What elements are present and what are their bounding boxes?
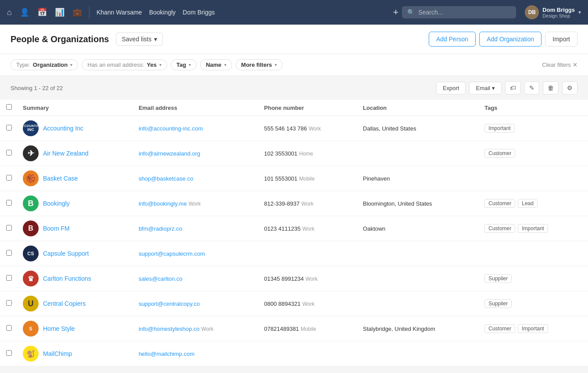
table-row: ✈ Air New Zealand info@airnewzealand.org… <box>0 141 588 166</box>
tag-badge: Lead <box>518 199 538 208</box>
org-name-link[interactable]: Boom FM <box>43 225 70 232</box>
email-cell: sales@carlton.co <box>133 266 259 291</box>
person-icon[interactable]: 👤 <box>20 7 29 17</box>
phone-number: 812-339-8937 <box>264 200 300 207</box>
row-checkbox[interactable] <box>6 125 12 130</box>
row-checkbox-cell[interactable] <box>0 116 18 141</box>
row-checkbox-cell[interactable] <box>0 341 18 366</box>
row-checkbox-cell[interactable] <box>0 316 18 341</box>
org-name-cell: S Home Style <box>18 316 133 341</box>
org-name-link[interactable]: Home Style <box>43 325 75 332</box>
email-link[interactable]: bfm@radioprz.co <box>139 225 182 232</box>
location-cell <box>358 291 479 316</box>
row-checkbox-cell[interactable] <box>0 216 18 241</box>
user-name: Dom Briggs <box>542 7 575 13</box>
tag-badge: Supplier <box>484 274 512 283</box>
import-button[interactable]: Import <box>545 32 577 47</box>
org-name-link[interactable]: Carlton Functions <box>43 275 91 282</box>
select-all-header[interactable] <box>0 100 18 116</box>
tag-badge: Customer <box>484 149 515 158</box>
org-name-link[interactable]: Bookingly <box>43 200 70 207</box>
email-link[interactable]: hello@mailchimp.com <box>139 351 194 357</box>
email-link[interactable]: support@capsulecrm.com <box>139 250 205 257</box>
phone-cell <box>259 341 358 366</box>
email-link[interactable]: support@centralcopy.co <box>139 301 200 307</box>
filter-name[interactable]: Name ▾ <box>200 59 232 70</box>
org-name-link[interactable]: Accounting Inc <box>43 125 83 132</box>
settings-button[interactable]: ⚙ <box>562 81 577 94</box>
row-checkbox[interactable] <box>6 150 12 156</box>
filter-type-value: Organization <box>33 62 68 68</box>
org-name-link[interactable]: Central Copiers <box>43 300 86 307</box>
clear-filters-button[interactable]: Clear filters ✕ <box>542 62 577 68</box>
table-row: ♛ Carlton Functions sales@carlton.co 013… <box>0 266 588 291</box>
filter-email-label: Has an email address: <box>87 62 144 68</box>
user-menu[interactable]: DB Dom Briggs Design Shop ▾ <box>525 5 581 19</box>
row-checkbox-cell[interactable] <box>0 241 18 266</box>
nav-link-bookingly[interactable]: Bookingly <box>149 9 176 16</box>
row-checkbox[interactable] <box>6 300 12 306</box>
org-logo: U <box>23 296 39 311</box>
search-bar[interactable]: 🔍 <box>402 6 516 18</box>
filter-email-chevron-icon: ▾ <box>159 62 161 67</box>
saved-lists-dropdown[interactable]: Saved lists ▾ <box>116 33 163 46</box>
email-label: Email <box>476 85 490 91</box>
select-all-checkbox[interactable] <box>6 104 12 110</box>
email-link[interactable]: sales@carlton.co <box>139 275 183 282</box>
phone-cell: 0123 4111235Work <box>259 216 358 241</box>
email-cell: support@centralcopy.co <box>133 291 259 316</box>
briefcase-icon[interactable]: 💼 <box>72 7 82 17</box>
export-button[interactable]: Export <box>436 82 466 94</box>
location-cell: Dallas, United States <box>358 116 479 141</box>
row-checkbox[interactable] <box>6 275 12 281</box>
email-link[interactable]: info@airnewzealand.org <box>139 150 200 157</box>
close-icon: ✕ <box>573 62 577 68</box>
table-row: 🏀 Basket Case shop@basketcase.co 101 555… <box>0 166 588 191</box>
email-link[interactable]: info@accounting-inc.com <box>139 125 203 132</box>
row-checkbox[interactable] <box>6 200 12 206</box>
row-checkbox-cell[interactable] <box>0 141 18 166</box>
add-organization-button[interactable]: Add Organization <box>479 32 541 47</box>
calendar-icon[interactable]: 📅 <box>37 7 47 17</box>
filter-tag[interactable]: Tag ▾ <box>171 59 197 70</box>
row-checkbox-cell[interactable] <box>0 266 18 291</box>
row-checkbox[interactable] <box>6 175 12 181</box>
search-icon: 🔍 <box>407 9 415 16</box>
tag-button[interactable]: 🏷 <box>505 81 521 94</box>
row-checkbox-cell[interactable] <box>0 291 18 316</box>
table-row: B Bookingly info@bookingly.meWork 812-33… <box>0 191 588 216</box>
add-person-button[interactable]: Add Person <box>429 32 476 47</box>
row-checkbox-cell[interactable] <box>0 191 18 216</box>
org-name-link[interactable]: MailChimp <box>43 350 72 357</box>
tag-badge: Supplier <box>484 299 512 308</box>
email-cell: bfm@radioprz.co <box>133 216 259 241</box>
phone-cell: 102 3553001Home <box>259 141 358 166</box>
delete-button[interactable]: 🗑 <box>543 81 559 94</box>
email-link[interactable]: info@homestyleshop.co <box>139 326 200 332</box>
email-link[interactable]: info@bookingly.me <box>139 200 187 207</box>
row-checkbox[interactable] <box>6 250 12 256</box>
filter-type[interactable]: Type: Organization ▾ <box>11 59 78 70</box>
filter-email[interactable]: Has an email address: Yes ▾ <box>82 59 167 70</box>
email-link[interactable]: shop@basketcase.co <box>139 175 194 182</box>
row-checkbox[interactable] <box>6 225 12 231</box>
row-checkbox[interactable] <box>6 350 12 356</box>
org-name-link[interactable]: Capsule Support <box>43 250 89 257</box>
home-icon[interactable]: ⌂ <box>7 8 12 17</box>
tag-badge: Important <box>484 124 515 133</box>
row-checkbox-cell[interactable] <box>0 166 18 191</box>
org-name-link[interactable]: Basket Case <box>43 175 78 182</box>
edit-button[interactable]: ✎ <box>524 81 539 94</box>
filter-more[interactable]: More filters ▾ <box>236 59 283 70</box>
add-icon[interactable]: + <box>393 7 398 18</box>
org-name-cell: ♛ Carlton Functions <box>18 266 133 291</box>
email-button[interactable]: Email ▾ <box>469 82 502 94</box>
nav-link-khann[interactable]: Khann Warsame <box>97 9 142 16</box>
chart-icon[interactable]: 📊 <box>55 7 65 17</box>
phone-number: 102 3553001 <box>264 150 298 157</box>
org-name-link[interactable]: Air New Zealand <box>43 150 89 157</box>
row-checkbox[interactable] <box>6 325 12 331</box>
summary-column-header: Summary <box>18 100 133 116</box>
search-input[interactable] <box>418 9 511 16</box>
nav-link-dom[interactable]: Dom Briggs <box>183 9 215 16</box>
